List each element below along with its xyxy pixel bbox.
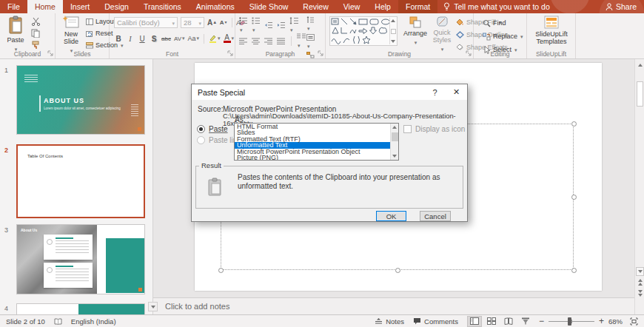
strikethrough-button[interactable]: abc — [161, 33, 171, 44]
decrease-font-size-button[interactable]: A▼ — [219, 17, 228, 27]
fit-slide-to-window-button[interactable] — [625, 315, 644, 327]
normal-view-button[interactable] — [467, 316, 482, 327]
highlight-color-button[interactable] — [209, 33, 221, 44]
slide-show-button[interactable] — [518, 316, 533, 327]
listbox-scroll-up-button[interactable] — [391, 124, 398, 131]
line-spacing-icon[interactable] — [289, 17, 298, 33]
columns-icon[interactable] — [297, 33, 306, 49]
next-slide-button[interactable] — [635, 289, 644, 297]
paste-radio[interactable] — [197, 125, 205, 133]
scroll-up-button[interactable] — [635, 61, 644, 70]
copy-icon[interactable] — [31, 29, 41, 38]
tab-view[interactable]: View — [336, 0, 368, 13]
new-slide-button[interactable]: New Slide — [58, 16, 84, 55]
tell-me-box[interactable]: Tell me what you want to do — [437, 0, 556, 13]
italic-button[interactable]: I — [126, 33, 135, 44]
align-right-icon[interactable] — [264, 38, 273, 44]
quick-styles-button[interactable]: Quick Styles — [429, 16, 455, 53]
share-button[interactable]: Share — [598, 0, 644, 13]
slideuplift-templates-button[interactable]: SlideUpLift Templates — [533, 16, 570, 45]
zoom-slider-thumb[interactable] — [568, 317, 571, 326]
decrease-indent-icon[interactable] — [264, 21, 273, 29]
numbering-icon[interactable] — [252, 17, 261, 33]
tab-format[interactable]: Format — [398, 0, 437, 13]
comments-toggle-button[interactable]: Comments — [409, 315, 463, 327]
font-dialog-launcher-icon[interactable] — [227, 50, 233, 56]
resize-handle-middle-right[interactable] — [571, 195, 577, 200]
notes-toggle-button[interactable]: Notes — [370, 315, 409, 327]
tab-review[interactable]: Review — [295, 0, 335, 13]
align-text-icon[interactable] — [306, 34, 315, 50]
reading-view-button[interactable] — [501, 316, 516, 327]
justify-icon[interactable] — [277, 38, 286, 44]
text-shadow-button[interactable]: S — [150, 33, 158, 44]
dialog-title-bar[interactable]: Paste Special ? ✕ — [192, 84, 467, 100]
cancel-button[interactable]: Cancel — [420, 211, 451, 221]
slide-3-thumbnail[interactable]: About Us — [16, 224, 145, 294]
character-spacing-button[interactable]: AV — [174, 33, 185, 44]
change-case-button[interactable]: Aa — [188, 33, 200, 44]
slide-sorter-view-button[interactable] — [484, 316, 499, 327]
font-color-button[interactable]: A — [224, 33, 235, 44]
paste-as-listbox[interactable]: HTML Format Slides Formatted Text (RTF) … — [234, 123, 399, 161]
tab-help[interactable]: Help — [367, 0, 398, 13]
spell-check-icon[interactable] — [50, 315, 67, 327]
paste-button[interactable]: Paste — [4, 16, 27, 53]
drawing-dialog-launcher-icon[interactable] — [466, 50, 472, 56]
notes-splitter-button[interactable] — [148, 302, 158, 311]
arrange-button[interactable]: Arrange — [401, 16, 429, 47]
listbox-scrollbar-thumb[interactable] — [392, 132, 398, 141]
font-name-combo[interactable]: Calibri (Body) — [114, 17, 178, 28]
increase-indent-icon[interactable] — [277, 21, 286, 29]
previous-slide-button[interactable] — [635, 277, 644, 286]
tab-animations[interactable]: Animations — [189, 0, 242, 13]
bullets-icon[interactable] — [239, 17, 248, 33]
listbox-scrollbar[interactable] — [390, 124, 398, 160]
text-direction-icon[interactable] — [306, 16, 315, 32]
tab-file[interactable]: File — [0, 0, 27, 13]
resize-handle-bottom-middle[interactable] — [395, 268, 400, 273]
notes-pane[interactable]: Click to add notes — [153, 297, 634, 314]
zoom-out-button[interactable]: − — [537, 315, 546, 327]
dialog-close-button[interactable]: ✕ — [446, 84, 467, 100]
tab-home[interactable]: Home — [27, 0, 63, 13]
replace-button[interactable]: Replace — [483, 31, 523, 41]
cut-icon[interactable] — [31, 17, 41, 26]
shapes-scroll-up-icon[interactable] — [391, 19, 395, 22]
zoom-slider[interactable] — [549, 321, 594, 322]
list-item[interactable]: Picture (PNG) — [235, 155, 398, 161]
resize-handle-bottom-right[interactable] — [571, 268, 577, 273]
scrollbar-thumb[interactable] — [637, 81, 643, 107]
format-painter-icon[interactable] — [31, 41, 41, 50]
display-as-icon-row[interactable]: Display as icon — [403, 125, 465, 133]
paste-link-radio[interactable] — [197, 136, 205, 144]
align-left-icon[interactable] — [239, 38, 248, 44]
dialog-help-button[interactable]: ? — [424, 84, 446, 100]
slide-4-thumbnail[interactable] — [16, 303, 145, 314]
font-size-combo[interactable]: 28 — [181, 17, 204, 28]
zoom-level[interactable]: 68% — [606, 315, 625, 327]
listbox-scroll-down-button[interactable] — [391, 152, 398, 160]
resize-handle-top-right[interactable] — [571, 121, 577, 127]
notes-placeholder-text[interactable]: Click to add notes — [165, 302, 229, 311]
underline-button[interactable]: U — [138, 33, 147, 44]
language-indicator[interactable]: English (India) — [67, 315, 121, 327]
shapes-gallery[interactable] — [329, 16, 398, 46]
align-center-icon[interactable] — [252, 38, 261, 44]
paste-radio-row[interactable]: Paste — [197, 125, 228, 133]
shapes-gallery-scrollbar[interactable] — [389, 18, 396, 44]
slide-2-thumbnail[interactable]: Table Of Contents — [16, 144, 145, 218]
tab-slide-show[interactable]: Slide Show — [242, 0, 296, 13]
vertical-scrollbar[interactable] — [634, 59, 644, 314]
tab-design[interactable]: Design — [97, 0, 136, 13]
tab-insert[interactable]: Insert — [63, 0, 97, 13]
find-button[interactable]: Find — [483, 18, 523, 28]
bold-button[interactable]: B — [114, 33, 123, 44]
list-item[interactable]: HTML Format — [235, 124, 398, 129]
slide-1-thumbnail[interactable]: ABOUT US Lorem ipsum dolor sit amet, con… — [16, 65, 145, 135]
shapes-more-button[interactable] — [391, 29, 396, 34]
ok-button[interactable]: OK — [376, 211, 406, 221]
slide-indicator[interactable]: Slide 2 of 10 — [0, 315, 50, 327]
tab-transitions[interactable]: Transitions — [136, 0, 189, 13]
increase-font-size-button[interactable]: A▲ — [207, 17, 217, 27]
